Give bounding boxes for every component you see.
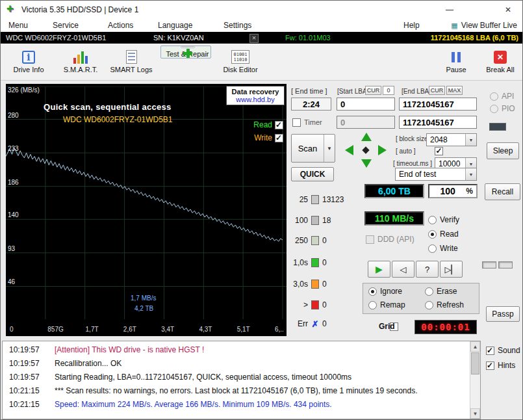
- end-of-test-value: End of test: [399, 170, 436, 179]
- menu-item-help[interactable]: Help: [403, 19, 420, 32]
- pause-icon: [450, 50, 463, 64]
- watermark: Data recovery www.hdd.by: [226, 86, 285, 105]
- arrow-up-icon[interactable]: [361, 133, 372, 141]
- legend-write: Write: [254, 133, 283, 142]
- play-icon: ▶: [376, 264, 383, 274]
- sound-checkbox[interactable]: Sound: [486, 346, 520, 355]
- smart-button[interactable]: S.M.A.R.T.: [55, 46, 106, 78]
- view-buffer-live-button[interactable]: ▦ View Buffer Live: [451, 19, 517, 32]
- sleep-button[interactable]: Sleep: [487, 142, 519, 159]
- start-lba-input[interactable]: 0: [337, 98, 395, 111]
- minimize-button[interactable]: —: [435, 1, 465, 19]
- close-button[interactable]: ✕: [493, 1, 523, 19]
- latency-count: 0: [322, 258, 327, 267]
- refresh-radio[interactable]: Refresh: [425, 300, 464, 309]
- api-label: API: [502, 92, 514, 101]
- skip-end-icon: ▷▏: [445, 265, 458, 274]
- log-entry: 10:21:15Speed: Maximum 224 MB/s. Average…: [3, 398, 480, 412]
- disk-editor-button[interactable]: 01001 11010 Disk Editor: [215, 46, 266, 78]
- passp-button[interactable]: Passp: [486, 306, 520, 322]
- break-all-label: Break All: [486, 66, 514, 73]
- goto-block-button[interactable]: ?: [416, 261, 439, 278]
- pause-button[interactable]: Pause: [436, 46, 476, 78]
- x-tick-label: 4,3T: [199, 326, 212, 333]
- menu-item-menu[interactable]: Menu: [8, 19, 28, 32]
- menu-item-language[interactable]: Language: [158, 19, 192, 32]
- read-radio[interactable]: Read: [428, 230, 459, 239]
- binary-row-2: 11010: [233, 57, 247, 62]
- hints-label: Hints: [498, 361, 515, 370]
- scan-label: Scan: [292, 135, 324, 162]
- remap-label: Remap: [380, 300, 405, 309]
- scan-dropdown-arrow[interactable]: ▼: [324, 135, 335, 162]
- log-scrollbar[interactable]: ▲ ▼: [470, 341, 480, 419]
- legend-read: Read: [253, 120, 283, 129]
- log-text: *** Scan results: no warnings, no errors…: [55, 386, 418, 395]
- scan-button[interactable]: Scan ▼: [291, 134, 335, 163]
- verify-radio[interactable]: Verify: [428, 215, 459, 224]
- break-all-button[interactable]: ✕ Break All: [479, 46, 522, 78]
- end-lba-input-2[interactable]: 11721045167: [399, 116, 477, 129]
- hints-checkbox[interactable]: Hints: [486, 361, 515, 370]
- arrow-down-icon[interactable]: [361, 159, 372, 168]
- speed-display: 110 MB/s: [364, 211, 424, 226]
- nav-arrows[interactable]: [341, 132, 390, 168]
- write-radio[interactable]: Write: [428, 244, 458, 253]
- latency-row-1s: 1,0s 0: [288, 257, 361, 268]
- remap-radio[interactable]: Remap: [368, 300, 405, 309]
- checkbox-icon: [366, 235, 374, 244]
- scrollbar-thumb[interactable]: [471, 352, 479, 374]
- disk-editor-label: Disk Editor: [223, 66, 257, 73]
- block-size-select[interactable]: 2048 ▼: [426, 133, 477, 146]
- erase-radio[interactable]: Erase: [425, 287, 457, 296]
- y-tick-label: 280: [8, 112, 19, 119]
- skip-to-end-button[interactable]: ▷▏: [440, 261, 463, 278]
- latency-label: Err: [288, 319, 308, 328]
- read-label: Read: [253, 120, 272, 129]
- speed-graph-panel[interactable]: 326 (MB/s)2802331861409346 Quick scan, s…: [6, 84, 287, 336]
- menu-item-settings[interactable]: Settings: [223, 19, 251, 32]
- menu-item-service[interactable]: Service: [53, 19, 79, 32]
- start-lba-cur-button[interactable]: CUR: [365, 86, 381, 95]
- checkbox-icon: [486, 361, 494, 370]
- timeout-label: [ timeout.ms ]: [393, 160, 432, 167]
- speed-value: 110 MB/s: [375, 213, 414, 224]
- x-axis-labels: 0857G1,7T2,6T3,4T4,3T5,1T6,..: [10, 326, 283, 334]
- latency-color-swatch: [311, 258, 319, 267]
- progress-tb-display: 6,00 TB: [364, 184, 424, 198]
- scroll-down-button[interactable]: ▼: [470, 408, 480, 419]
- drive-info-button[interactable]: i Drive Info: [3, 46, 54, 78]
- arrow-left-icon[interactable]: [345, 145, 353, 155]
- quick-button[interactable]: QUICK: [291, 167, 334, 181]
- scroll-up-button[interactable]: ▲: [470, 341, 480, 352]
- arrow-right-icon[interactable]: [378, 145, 387, 155]
- auto-checkbox[interactable]: [435, 147, 443, 155]
- ddd-api-checkbox[interactable]: DDD (API): [366, 235, 415, 244]
- step-back-button[interactable]: ◁: [392, 261, 415, 278]
- device-firmware: Fw: 01.01M03: [285, 32, 331, 44]
- recall-button[interactable]: Recall: [485, 183, 520, 200]
- x-tick-label: 6,..: [275, 326, 284, 333]
- latency-count: 0: [322, 280, 327, 289]
- ddd-api-label: DDD (API): [377, 235, 415, 244]
- api-radio[interactable]: API: [490, 92, 514, 101]
- end-lba-input[interactable]: 11721045167: [399, 98, 477, 111]
- timer-checkbox[interactable]: [292, 118, 301, 127]
- radio-icon: [428, 244, 437, 253]
- end-of-test-select[interactable]: End of test ▼: [395, 168, 477, 181]
- smart-logs-button[interactable]: SMART Logs: [106, 46, 157, 78]
- test-repair-button[interactable]: Test & Repair: [160, 46, 211, 59]
- drive-info-label: Drive Info: [13, 66, 44, 73]
- write-checkbox[interactable]: [275, 134, 283, 142]
- read-checkbox[interactable]: [275, 121, 283, 129]
- end-lba-max-button[interactable]: MAX: [446, 86, 463, 95]
- latency-count: 13123: [322, 195, 344, 204]
- serial-close-button[interactable]: ×: [249, 34, 259, 43]
- progress-percent-display: 100 %: [428, 184, 478, 198]
- end-lba-cur-button[interactable]: CUR: [429, 86, 445, 95]
- menu-item-actions[interactable]: Actions: [108, 19, 133, 32]
- start-test-button[interactable]: ▶: [368, 261, 390, 278]
- pio-radio[interactable]: PIO: [490, 104, 515, 113]
- latency-row-3s: 3,0s 0: [288, 279, 361, 289]
- ignore-radio[interactable]: Ignore: [368, 287, 402, 296]
